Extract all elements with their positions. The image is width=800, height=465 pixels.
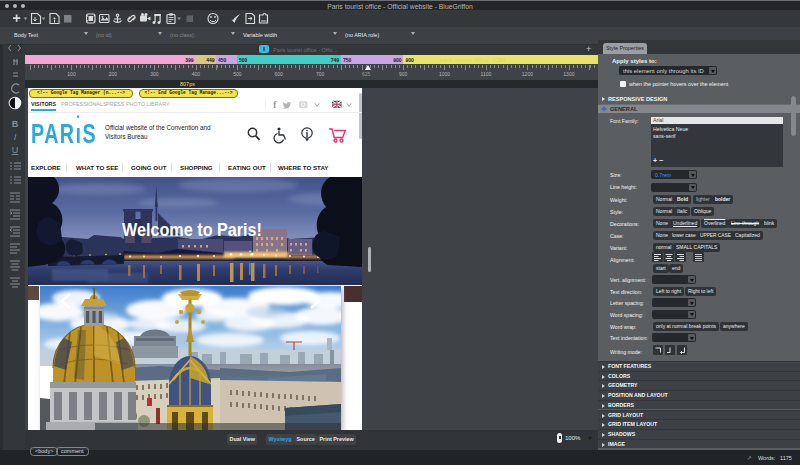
svg-text:U: U — [12, 145, 19, 155]
svg-text:f: f — [273, 99, 277, 110]
svg-text:I: I — [14, 132, 17, 142]
svg-text:Welcome to Paris!: Welcome to Paris! — [122, 219, 262, 240]
svg-text:B: B — [12, 119, 19, 129]
